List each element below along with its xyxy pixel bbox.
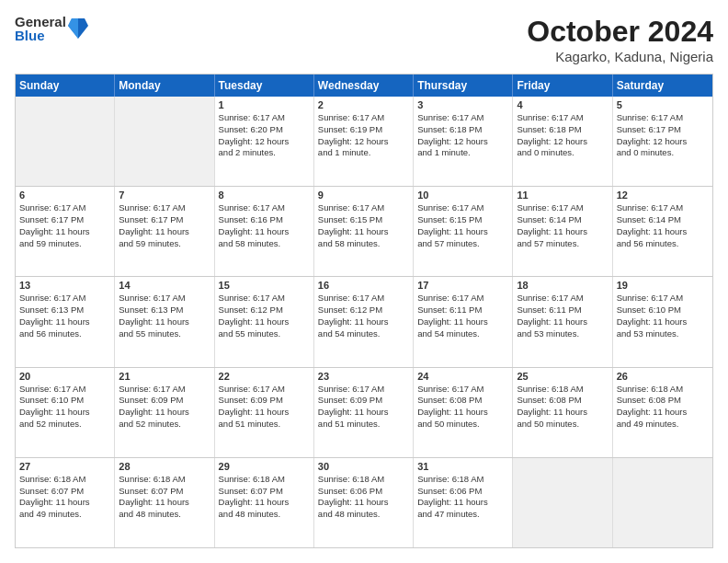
cell-info: Sunrise: 6:17 AMSunset: 6:10 PMDaylight:… <box>617 293 709 339</box>
day-number: 9 <box>318 190 409 201</box>
cell-info: Sunrise: 6:17 AMSunset: 6:17 PMDaylight:… <box>119 202 210 249</box>
cell-info: Sunrise: 6:17 AMSunset: 6:12 PMDaylight:… <box>219 293 310 339</box>
calendar-cell: 28Sunrise: 6:18 AMSunset: 6:07 PMDayligh… <box>115 458 214 547</box>
day-number: 27 <box>19 461 110 472</box>
cell-info: Sunrise: 6:17 AMSunset: 6:19 PMDaylight:… <box>318 112 409 159</box>
weekday-header: Wednesday <box>314 75 414 97</box>
cell-info: Sunrise: 6:18 AMSunset: 6:06 PMDaylight:… <box>417 474 508 521</box>
day-number: 30 <box>318 461 409 472</box>
calendar-row: 27Sunrise: 6:18 AMSunset: 6:07 PMDayligh… <box>16 458 712 547</box>
calendar: SundayMondayTuesdayWednesdayThursdayFrid… <box>15 74 713 548</box>
cell-info: Sunrise: 6:17 AMSunset: 6:15 PMDaylight:… <box>417 202 508 249</box>
cell-info: Sunrise: 6:18 AMSunset: 6:06 PMDaylight:… <box>318 474 409 521</box>
calendar-cell: 31Sunrise: 6:18 AMSunset: 6:06 PMDayligh… <box>414 458 513 547</box>
cell-info: Sunrise: 6:17 AMSunset: 6:16 PMDaylight:… <box>219 202 310 249</box>
page-container: General Blue October 2024 Kagarko, Kadun… <box>0 0 728 563</box>
cell-info: Sunrise: 6:17 AMSunset: 6:11 PMDaylight:… <box>417 293 508 339</box>
cell-info: Sunrise: 6:17 AMSunset: 6:12 PMDaylight:… <box>318 293 409 339</box>
day-number: 1 <box>219 99 310 110</box>
calendar-cell: 2Sunrise: 6:17 AMSunset: 6:19 PMDaylight… <box>314 97 414 186</box>
cell-info: Sunrise: 6:17 AMSunset: 6:14 PMDaylight:… <box>517 202 608 249</box>
calendar-cell <box>16 97 115 186</box>
day-number: 7 <box>119 190 210 201</box>
cell-info: Sunrise: 6:17 AMSunset: 6:08 PMDaylight:… <box>417 384 508 431</box>
day-number: 13 <box>19 280 110 291</box>
day-number: 15 <box>219 280 310 291</box>
cell-info: Sunrise: 6:17 AMSunset: 6:09 PMDaylight:… <box>219 384 310 431</box>
calendar-cell: 16Sunrise: 6:17 AMSunset: 6:12 PMDayligh… <box>314 277 414 366</box>
logo-icon <box>68 17 88 40</box>
day-number: 4 <box>517 99 608 110</box>
main-title: October 2024 <box>527 15 713 49</box>
day-number: 20 <box>19 371 110 382</box>
calendar-cell: 23Sunrise: 6:17 AMSunset: 6:09 PMDayligh… <box>314 368 414 457</box>
calendar-body: 1Sunrise: 6:17 AMSunset: 6:20 PMDaylight… <box>16 97 712 547</box>
day-number: 23 <box>318 371 409 382</box>
day-number: 16 <box>318 280 409 291</box>
calendar-cell: 13Sunrise: 6:17 AMSunset: 6:13 PMDayligh… <box>16 277 115 366</box>
day-number: 14 <box>119 280 210 291</box>
day-number: 24 <box>417 371 508 382</box>
weekday-header: Saturday <box>613 75 712 97</box>
calendar-row: 20Sunrise: 6:17 AMSunset: 6:10 PMDayligh… <box>16 368 712 458</box>
subtitle: Kagarko, Kaduna, Nigeria <box>527 49 713 64</box>
day-number: 3 <box>417 99 508 110</box>
cell-info: Sunrise: 6:18 AMSunset: 6:07 PMDaylight:… <box>19 474 110 521</box>
calendar-cell: 17Sunrise: 6:17 AMSunset: 6:11 PMDayligh… <box>414 277 513 366</box>
cell-info: Sunrise: 6:17 AMSunset: 6:11 PMDaylight:… <box>517 293 608 339</box>
calendar-cell: 15Sunrise: 6:17 AMSunset: 6:12 PMDayligh… <box>215 277 314 366</box>
day-number: 2 <box>318 99 409 110</box>
weekday-header: Friday <box>513 75 612 97</box>
calendar-cell: 1Sunrise: 6:17 AMSunset: 6:20 PMDaylight… <box>215 97 314 186</box>
cell-info: Sunrise: 6:17 AMSunset: 6:15 PMDaylight:… <box>318 202 409 249</box>
weekday-header: Tuesday <box>215 75 314 97</box>
svg-marker-1 <box>68 18 78 39</box>
weekday-header: Thursday <box>414 75 513 97</box>
day-number: 18 <box>517 280 608 291</box>
calendar-cell <box>115 97 214 186</box>
calendar-cell: 9Sunrise: 6:17 AMSunset: 6:15 PMDaylight… <box>314 187 414 276</box>
calendar-cell: 25Sunrise: 6:18 AMSunset: 6:08 PMDayligh… <box>513 368 612 457</box>
cell-info: Sunrise: 6:17 AMSunset: 6:13 PMDaylight:… <box>119 293 210 339</box>
day-number: 29 <box>219 461 310 472</box>
cell-info: Sunrise: 6:17 AMSunset: 6:09 PMDaylight:… <box>119 384 210 431</box>
calendar-cell: 26Sunrise: 6:18 AMSunset: 6:08 PMDayligh… <box>613 368 712 457</box>
cell-info: Sunrise: 6:17 AMSunset: 6:09 PMDaylight:… <box>318 384 409 431</box>
logo: General Blue <box>15 15 88 42</box>
day-number: 6 <box>19 190 110 201</box>
logo-blue: Blue <box>15 29 66 42</box>
page-header: General Blue October 2024 Kagarko, Kadun… <box>15 15 713 64</box>
calendar-row: 1Sunrise: 6:17 AMSunset: 6:20 PMDaylight… <box>16 97 712 187</box>
day-number: 22 <box>219 371 310 382</box>
day-number: 17 <box>417 280 508 291</box>
calendar-cell: 6Sunrise: 6:17 AMSunset: 6:17 PMDaylight… <box>16 187 115 276</box>
calendar-row: 13Sunrise: 6:17 AMSunset: 6:13 PMDayligh… <box>16 277 712 367</box>
weekday-header: Monday <box>115 75 214 97</box>
calendar-cell: 4Sunrise: 6:17 AMSunset: 6:18 PMDaylight… <box>513 97 612 186</box>
cell-info: Sunrise: 6:17 AMSunset: 6:18 PMDaylight:… <box>417 112 508 159</box>
day-number: 8 <box>219 190 310 201</box>
calendar-cell: 5Sunrise: 6:17 AMSunset: 6:17 PMDaylight… <box>613 97 712 186</box>
day-number: 21 <box>119 371 210 382</box>
logo-general: General <box>15 15 66 29</box>
calendar-cell: 3Sunrise: 6:17 AMSunset: 6:18 PMDaylight… <box>414 97 513 186</box>
calendar-cell: 27Sunrise: 6:18 AMSunset: 6:07 PMDayligh… <box>16 458 115 547</box>
calendar-cell: 21Sunrise: 6:17 AMSunset: 6:09 PMDayligh… <box>115 368 214 457</box>
weekday-header: Sunday <box>16 75 115 97</box>
day-number: 25 <box>517 371 608 382</box>
cell-info: Sunrise: 6:17 AMSunset: 6:10 PMDaylight:… <box>19 384 110 431</box>
calendar-cell: 18Sunrise: 6:17 AMSunset: 6:11 PMDayligh… <box>513 277 612 366</box>
day-number: 5 <box>617 99 709 110</box>
calendar-header: SundayMondayTuesdayWednesdayThursdayFrid… <box>16 75 712 97</box>
title-block: October 2024 Kagarko, Kaduna, Nigeria <box>527 15 713 64</box>
day-number: 19 <box>617 280 709 291</box>
calendar-cell: 14Sunrise: 6:17 AMSunset: 6:13 PMDayligh… <box>115 277 214 366</box>
calendar-row: 6Sunrise: 6:17 AMSunset: 6:17 PMDaylight… <box>16 187 712 277</box>
day-number: 28 <box>119 461 210 472</box>
calendar-cell: 22Sunrise: 6:17 AMSunset: 6:09 PMDayligh… <box>215 368 314 457</box>
calendar-cell: 30Sunrise: 6:18 AMSunset: 6:06 PMDayligh… <box>314 458 414 547</box>
cell-info: Sunrise: 6:17 AMSunset: 6:17 PMDaylight:… <box>19 202 110 249</box>
day-number: 10 <box>417 190 508 201</box>
day-number: 31 <box>417 461 508 472</box>
calendar-cell: 10Sunrise: 6:17 AMSunset: 6:15 PMDayligh… <box>414 187 513 276</box>
